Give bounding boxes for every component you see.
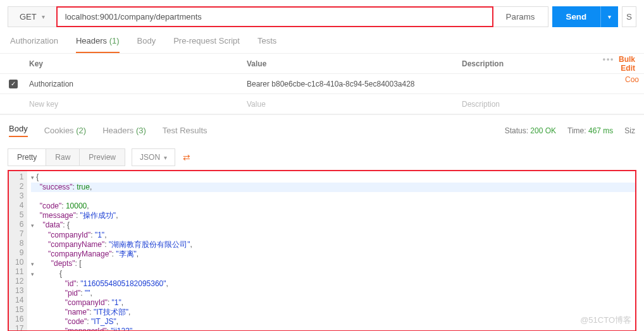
bulk-edit-link[interactable]: Bulk Edit bbox=[619, 55, 635, 73]
resp-tab-body[interactable]: Body bbox=[9, 124, 28, 137]
url-input-wrap bbox=[56, 6, 493, 27]
col-key: Key bbox=[27, 59, 247, 68]
new-key-input[interactable]: New key bbox=[27, 100, 247, 109]
tab-prerequest[interactable]: Pre-request Script bbox=[173, 36, 240, 53]
view-raw[interactable]: Raw bbox=[46, 148, 80, 166]
tab-authorization[interactable]: Authorization bbox=[10, 36, 58, 53]
params-button[interactable]: Params bbox=[493, 6, 548, 27]
json-code[interactable]: ▾{ "success": true, "code": 10000, "mess… bbox=[27, 171, 635, 331]
resp-tab-tests[interactable]: Test Results bbox=[163, 126, 207, 135]
resp-tab-headers[interactable]: Headers (3) bbox=[102, 126, 146, 135]
format-select[interactable]: JSON ▾ bbox=[132, 148, 175, 166]
url-input[interactable] bbox=[65, 12, 485, 21]
send-button[interactable]: Send bbox=[552, 6, 601, 27]
tab-body[interactable]: Body bbox=[137, 36, 156, 53]
response-body: 1234567891011121314151617 ▾{ "success": … bbox=[8, 170, 636, 331]
view-preview[interactable]: Preview bbox=[79, 148, 125, 166]
header-value[interactable]: Bearer b80e6cbe-c1c8-410a-8c94-5ec84003a… bbox=[247, 80, 462, 88]
chevron-down-icon: ▾ bbox=[608, 13, 611, 20]
status-line: Status: 200 OK Time: 467 ms Siz bbox=[505, 126, 635, 135]
http-method-select[interactable]: GET ▾ bbox=[8, 6, 57, 27]
cookies-link[interactable]: Coo bbox=[625, 75, 639, 84]
response-tabs: Body Cookies (2) Headers (3) Test Result… bbox=[0, 114, 644, 143]
table-row[interactable]: ✓ Authorization Bearer b80e6cbe-c1c8-410… bbox=[0, 74, 644, 94]
line-gutter: 1234567891011121314151617 bbox=[9, 171, 27, 331]
http-method-label: GET bbox=[20, 12, 37, 21]
chevron-down-icon: ▾ bbox=[164, 154, 167, 161]
wrap-lines-icon[interactable]: ⇄ bbox=[183, 152, 189, 162]
view-pretty[interactable]: Pretty bbox=[8, 148, 46, 166]
tab-tests[interactable]: Tests bbox=[257, 36, 276, 53]
header-key[interactable]: Authorization bbox=[27, 80, 247, 88]
new-desc-input[interactable]: Description bbox=[462, 100, 593, 109]
tab-headers[interactable]: Headers (1) bbox=[76, 36, 120, 53]
table-row-new[interactable]: New key Value Description bbox=[0, 94, 644, 114]
checkbox-checked-icon[interactable]: ✓ bbox=[9, 80, 18, 88]
watermark: @51CTO博客 bbox=[580, 315, 631, 326]
more-icon[interactable]: ••• bbox=[603, 55, 615, 64]
request-tabs: Authorization Headers (1) Body Pre-reque… bbox=[0, 27, 644, 54]
view-mode-bar: Pretty Raw Preview JSON ▾ ⇄ bbox=[0, 143, 644, 170]
send-dropdown[interactable]: ▾ bbox=[600, 6, 618, 27]
chevron-down-icon: ▾ bbox=[42, 13, 45, 20]
col-desc: Description bbox=[462, 59, 593, 68]
headers-table: Key Value Description ••• Bulk Edit ✓ Au… bbox=[0, 54, 644, 114]
resp-tab-cookies[interactable]: Cookies (2) bbox=[44, 126, 86, 135]
save-button[interactable]: S bbox=[622, 6, 636, 27]
col-value: Value bbox=[247, 59, 462, 68]
new-value-input[interactable]: Value bbox=[247, 100, 462, 109]
